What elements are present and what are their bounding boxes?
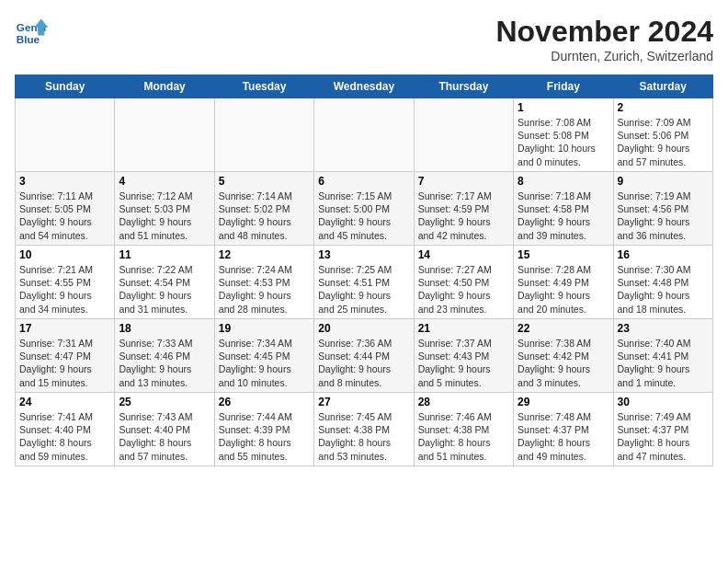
- calendar-cell: 22Sunrise: 7:38 AM Sunset: 4:42 PM Dayli…: [514, 319, 613, 393]
- logo: General Blue: [15, 15, 48, 48]
- day-number: 12: [219, 248, 310, 261]
- day-info: Sunrise: 7:38 AM Sunset: 4:42 PM Dayligh…: [518, 337, 609, 389]
- day-info: Sunrise: 7:46 AM Sunset: 4:38 PM Dayligh…: [418, 410, 509, 463]
- calendar-cell: 18Sunrise: 7:33 AM Sunset: 4:46 PM Dayli…: [115, 319, 214, 393]
- day-info: Sunrise: 7:36 AM Sunset: 4:44 PM Dayligh…: [318, 337, 409, 389]
- month-title: November 2024: [495, 15, 713, 49]
- day-info: Sunrise: 7:48 AM Sunset: 4:37 PM Dayligh…: [518, 410, 609, 463]
- weekday-header-friday: Friday: [514, 75, 613, 98]
- calendar-cell: 28Sunrise: 7:46 AM Sunset: 4:38 PM Dayli…: [414, 393, 513, 466]
- calendar-cell: 16Sunrise: 7:30 AM Sunset: 4:48 PM Dayli…: [613, 246, 712, 319]
- day-number: 26: [219, 396, 310, 408]
- calendar-cell: 25Sunrise: 7:43 AM Sunset: 4:40 PM Dayli…: [115, 393, 214, 466]
- title-block: November 2024 Durnten, Zurich, Switzerla…: [495, 15, 713, 63]
- calendar-cell: 11Sunrise: 7:22 AM Sunset: 4:54 PM Dayli…: [115, 246, 214, 319]
- day-number: 2: [618, 101, 709, 114]
- day-info: Sunrise: 7:15 AM Sunset: 5:00 PM Dayligh…: [318, 190, 409, 242]
- weekday-header-thursday: Thursday: [414, 75, 513, 98]
- day-info: Sunrise: 7:41 AM Sunset: 4:40 PM Dayligh…: [19, 410, 110, 463]
- calendar-cell: 4Sunrise: 7:12 AM Sunset: 5:03 PM Daylig…: [115, 172, 214, 246]
- calendar-cell: 21Sunrise: 7:37 AM Sunset: 4:43 PM Dayli…: [414, 319, 513, 393]
- day-number: 8: [518, 175, 609, 188]
- weekday-header-row: SundayMondayTuesdayWednesdayThursdayFrid…: [16, 75, 713, 98]
- day-number: 30: [618, 396, 709, 408]
- day-info: Sunrise: 7:40 AM Sunset: 4:41 PM Dayligh…: [618, 337, 709, 389]
- svg-text:Blue: Blue: [17, 33, 40, 45]
- day-number: 10: [19, 248, 110, 261]
- day-number: 9: [618, 175, 709, 188]
- day-number: 5: [219, 175, 310, 188]
- calendar-table: SundayMondayTuesdayWednesdayThursdayFrid…: [15, 75, 713, 466]
- calendar-cell: 6Sunrise: 7:15 AM Sunset: 5:00 PM Daylig…: [314, 172, 414, 246]
- calendar-cell: 20Sunrise: 7:36 AM Sunset: 4:44 PM Dayli…: [314, 319, 414, 393]
- calendar-cell: 2Sunrise: 7:09 AM Sunset: 5:06 PM Daylig…: [613, 98, 712, 172]
- day-number: 19: [219, 322, 310, 335]
- calendar-cell: [214, 98, 313, 172]
- calendar-cell: [16, 98, 115, 172]
- location-subtitle: Durnten, Zurich, Switzerland: [495, 49, 713, 63]
- day-info: Sunrise: 7:43 AM Sunset: 4:40 PM Dayligh…: [119, 410, 210, 463]
- day-info: Sunrise: 7:24 AM Sunset: 4:53 PM Dayligh…: [219, 263, 310, 316]
- day-number: 7: [418, 175, 509, 188]
- calendar-week-2: 3Sunrise: 7:11 AM Sunset: 5:05 PM Daylig…: [16, 172, 713, 246]
- weekday-header-sunday: Sunday: [16, 75, 115, 98]
- weekday-header-tuesday: Tuesday: [214, 75, 313, 98]
- calendar-cell: 10Sunrise: 7:21 AM Sunset: 4:55 PM Dayli…: [16, 246, 115, 319]
- day-number: 27: [318, 396, 409, 408]
- day-info: Sunrise: 7:31 AM Sunset: 4:47 PM Dayligh…: [19, 337, 110, 389]
- calendar-cell: [314, 98, 414, 172]
- day-number: 1: [518, 101, 609, 114]
- calendar-cell: 27Sunrise: 7:45 AM Sunset: 4:38 PM Dayli…: [314, 393, 414, 466]
- day-info: Sunrise: 7:19 AM Sunset: 4:56 PM Dayligh…: [618, 190, 709, 242]
- day-info: Sunrise: 7:21 AM Sunset: 4:55 PM Dayligh…: [19, 263, 110, 316]
- day-number: 15: [518, 248, 609, 261]
- calendar-week-4: 17Sunrise: 7:31 AM Sunset: 4:47 PM Dayli…: [16, 319, 713, 393]
- day-number: 28: [418, 396, 509, 408]
- calendar-cell: 12Sunrise: 7:24 AM Sunset: 4:53 PM Dayli…: [214, 246, 313, 319]
- day-number: 18: [119, 322, 210, 335]
- calendar-cell: 30Sunrise: 7:49 AM Sunset: 4:37 PM Dayli…: [613, 393, 712, 466]
- day-info: Sunrise: 7:44 AM Sunset: 4:39 PM Dayligh…: [219, 410, 310, 463]
- day-number: 24: [19, 396, 110, 408]
- day-info: Sunrise: 7:30 AM Sunset: 4:48 PM Dayligh…: [618, 263, 709, 316]
- calendar-cell: 14Sunrise: 7:27 AM Sunset: 4:50 PM Dayli…: [414, 246, 513, 319]
- day-info: Sunrise: 7:22 AM Sunset: 4:54 PM Dayligh…: [119, 263, 210, 316]
- calendar-cell: 29Sunrise: 7:48 AM Sunset: 4:37 PM Dayli…: [514, 393, 613, 466]
- calendar-cell: 24Sunrise: 7:41 AM Sunset: 4:40 PM Dayli…: [16, 393, 115, 466]
- weekday-header-wednesday: Wednesday: [314, 75, 414, 98]
- calendar-cell: 8Sunrise: 7:18 AM Sunset: 4:58 PM Daylig…: [514, 172, 613, 246]
- weekday-header-saturday: Saturday: [613, 75, 712, 98]
- calendar-week-3: 10Sunrise: 7:21 AM Sunset: 4:55 PM Dayli…: [16, 246, 713, 319]
- day-number: 3: [19, 175, 110, 188]
- weekday-header-monday: Monday: [115, 75, 214, 98]
- logo-icon: General Blue: [15, 15, 48, 48]
- day-info: Sunrise: 7:25 AM Sunset: 4:51 PM Dayligh…: [318, 263, 409, 316]
- day-number: 4: [119, 175, 210, 188]
- calendar-cell: 19Sunrise: 7:34 AM Sunset: 4:45 PM Dayli…: [214, 319, 313, 393]
- day-info: Sunrise: 7:27 AM Sunset: 4:50 PM Dayligh…: [418, 263, 509, 316]
- calendar-cell: 7Sunrise: 7:17 AM Sunset: 4:59 PM Daylig…: [414, 172, 513, 246]
- day-number: 25: [119, 396, 210, 408]
- day-info: Sunrise: 7:49 AM Sunset: 4:37 PM Dayligh…: [618, 410, 709, 463]
- calendar-cell: 5Sunrise: 7:14 AM Sunset: 5:02 PM Daylig…: [214, 172, 313, 246]
- day-number: 13: [318, 248, 409, 261]
- day-info: Sunrise: 7:12 AM Sunset: 5:03 PM Dayligh…: [119, 190, 210, 242]
- calendar-week-5: 24Sunrise: 7:41 AM Sunset: 4:40 PM Dayli…: [16, 393, 713, 466]
- calendar-cell: 1Sunrise: 7:08 AM Sunset: 5:08 PM Daylig…: [514, 98, 613, 172]
- calendar-cell: 9Sunrise: 7:19 AM Sunset: 4:56 PM Daylig…: [613, 172, 712, 246]
- calendar-cell: 26Sunrise: 7:44 AM Sunset: 4:39 PM Dayli…: [214, 393, 313, 466]
- day-number: 6: [318, 175, 409, 188]
- day-number: 11: [119, 248, 210, 261]
- day-info: Sunrise: 7:08 AM Sunset: 5:08 PM Dayligh…: [518, 116, 609, 168]
- day-info: Sunrise: 7:28 AM Sunset: 4:49 PM Dayligh…: [518, 263, 609, 316]
- day-number: 17: [19, 322, 110, 335]
- day-info: Sunrise: 7:34 AM Sunset: 4:45 PM Dayligh…: [219, 337, 310, 389]
- calendar-week-1: 1Sunrise: 7:08 AM Sunset: 5:08 PM Daylig…: [16, 98, 713, 172]
- page-header: General Blue November 2024 Durnten, Zuri…: [15, 15, 713, 63]
- calendar-cell: 23Sunrise: 7:40 AM Sunset: 4:41 PM Dayli…: [613, 319, 712, 393]
- day-info: Sunrise: 7:37 AM Sunset: 4:43 PM Dayligh…: [418, 337, 509, 389]
- day-number: 14: [418, 248, 509, 261]
- day-number: 16: [618, 248, 709, 261]
- day-number: 22: [518, 322, 609, 335]
- day-info: Sunrise: 7:18 AM Sunset: 4:58 PM Dayligh…: [518, 190, 609, 242]
